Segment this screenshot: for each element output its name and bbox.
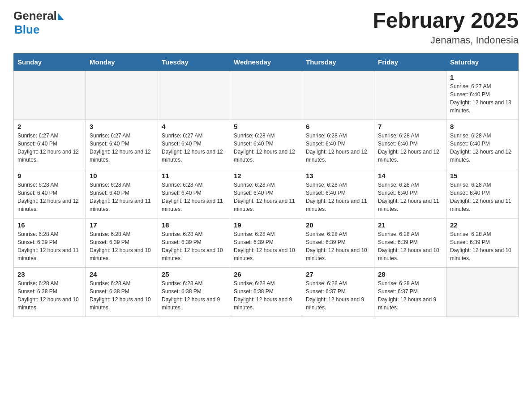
logo-arrow-icon [58,13,64,20]
day-number: 14 [378,172,442,180]
day-info: Sunrise: 6:28 AM Sunset: 6:40 PM Dayligh… [234,181,298,213]
day-number: 10 [90,172,154,180]
logo-blue-text: Blue [14,23,39,37]
calendar-day-cell: 8Sunrise: 6:28 AM Sunset: 6:40 PM Daylig… [446,120,519,169]
calendar-header: Sunday Monday Tuesday Wednesday Thursday… [14,53,519,70]
day-number: 28 [378,270,442,278]
day-info: Sunrise: 6:28 AM Sunset: 6:40 PM Dayligh… [17,181,82,213]
calendar-day-cell: 23Sunrise: 6:28 AM Sunset: 6:38 PM Dayli… [14,267,86,317]
calendar-day-cell [446,267,519,317]
day-number: 1 [450,73,515,81]
header-saturday: Saturday [446,53,519,70]
calendar-day-cell: 12Sunrise: 6:28 AM Sunset: 6:40 PM Dayli… [230,169,302,218]
calendar-month-year: February 2025 [373,9,519,33]
day-info: Sunrise: 6:28 AM Sunset: 6:39 PM Dayligh… [17,230,82,262]
calendar-day-cell: 14Sunrise: 6:28 AM Sunset: 6:40 PM Dayli… [374,169,446,218]
day-number: 24 [90,270,154,278]
page-header: General Blue February 2025 Jenamas, Indo… [13,9,519,46]
day-info: Sunrise: 6:28 AM Sunset: 6:39 PM Dayligh… [306,230,370,262]
calendar-day-cell [374,70,446,120]
day-info: Sunrise: 6:28 AM Sunset: 6:39 PM Dayligh… [162,230,226,262]
calendar-day-cell [86,70,158,120]
day-number: 3 [90,123,154,130]
day-number: 13 [306,172,370,180]
calendar-week-row: 23Sunrise: 6:28 AM Sunset: 6:38 PM Dayli… [14,267,519,317]
calendar-day-cell: 28Sunrise: 6:28 AM Sunset: 6:37 PM Dayli… [374,267,446,317]
day-info: Sunrise: 6:28 AM Sunset: 6:40 PM Dayligh… [306,132,370,164]
day-number: 19 [234,221,298,229]
calendar-day-cell: 5Sunrise: 6:28 AM Sunset: 6:40 PM Daylig… [230,120,302,169]
day-number: 25 [162,270,226,278]
calendar-day-cell: 24Sunrise: 6:28 AM Sunset: 6:38 PM Dayli… [86,267,158,317]
day-number: 27 [306,270,370,278]
calendar-day-cell: 17Sunrise: 6:28 AM Sunset: 6:39 PM Dayli… [86,218,158,267]
calendar-title-block: February 2025 Jenamas, Indonesia [373,9,519,46]
day-number: 8 [450,123,515,130]
calendar-day-cell [14,70,86,120]
day-number: 18 [162,221,226,229]
calendar-day-cell: 13Sunrise: 6:28 AM Sunset: 6:40 PM Dayli… [302,169,374,218]
day-info: Sunrise: 6:28 AM Sunset: 6:40 PM Dayligh… [378,132,442,164]
day-info: Sunrise: 6:28 AM Sunset: 6:40 PM Dayligh… [162,181,226,213]
calendar-day-cell: 10Sunrise: 6:28 AM Sunset: 6:40 PM Dayli… [86,169,158,218]
calendar-day-cell [302,70,374,120]
calendar-week-row: 16Sunrise: 6:28 AM Sunset: 6:39 PM Dayli… [14,218,519,267]
calendar-location: Jenamas, Indonesia [373,34,519,46]
calendar-week-row: 1Sunrise: 6:27 AM Sunset: 6:40 PM Daylig… [14,70,519,120]
day-number: 17 [90,221,154,229]
day-number: 4 [162,123,226,130]
calendar-day-cell: 15Sunrise: 6:28 AM Sunset: 6:40 PM Dayli… [446,169,519,218]
calendar-day-cell: 3Sunrise: 6:27 AM Sunset: 6:40 PM Daylig… [86,120,158,169]
day-number: 5 [234,123,298,130]
day-number: 22 [450,221,515,229]
day-info: Sunrise: 6:28 AM Sunset: 6:40 PM Dayligh… [378,181,442,213]
header-sunday: Sunday [14,53,86,70]
logo: General Blue [13,9,64,37]
calendar-day-cell: 11Sunrise: 6:28 AM Sunset: 6:40 PM Dayli… [158,169,230,218]
day-info: Sunrise: 6:27 AM Sunset: 6:40 PM Dayligh… [450,82,515,115]
day-info: Sunrise: 6:28 AM Sunset: 6:39 PM Dayligh… [450,230,515,262]
day-info: Sunrise: 6:27 AM Sunset: 6:40 PM Dayligh… [162,132,226,164]
calendar-day-cell: 4Sunrise: 6:27 AM Sunset: 6:40 PM Daylig… [158,120,230,169]
calendar-day-cell: 7Sunrise: 6:28 AM Sunset: 6:40 PM Daylig… [374,120,446,169]
calendar-day-cell: 19Sunrise: 6:28 AM Sunset: 6:39 PM Dayli… [230,218,302,267]
day-info: Sunrise: 6:28 AM Sunset: 6:40 PM Dayligh… [306,181,370,213]
day-info: Sunrise: 6:28 AM Sunset: 6:39 PM Dayligh… [90,230,154,262]
calendar-day-cell [158,70,230,120]
calendar-week-row: 9Sunrise: 6:28 AM Sunset: 6:40 PM Daylig… [14,169,519,218]
day-info: Sunrise: 6:28 AM Sunset: 6:38 PM Dayligh… [17,279,82,312]
day-info: Sunrise: 6:28 AM Sunset: 6:40 PM Dayligh… [234,132,298,164]
calendar-day-cell: 25Sunrise: 6:28 AM Sunset: 6:38 PM Dayli… [158,267,230,317]
header-monday: Monday [86,53,158,70]
day-info: Sunrise: 6:28 AM Sunset: 6:37 PM Dayligh… [378,279,442,312]
logo-general-text: General [13,9,57,23]
day-info: Sunrise: 6:27 AM Sunset: 6:40 PM Dayligh… [17,132,82,164]
day-number: 16 [17,221,82,229]
day-number: 21 [378,221,442,229]
calendar-table: Sunday Monday Tuesday Wednesday Thursday… [13,53,519,317]
calendar-day-cell: 2Sunrise: 6:27 AM Sunset: 6:40 PM Daylig… [14,120,86,169]
day-info: Sunrise: 6:28 AM Sunset: 6:39 PM Dayligh… [234,230,298,262]
calendar-day-cell: 6Sunrise: 6:28 AM Sunset: 6:40 PM Daylig… [302,120,374,169]
day-number: 11 [162,172,226,180]
day-info: Sunrise: 6:28 AM Sunset: 6:40 PM Dayligh… [450,181,515,213]
day-info: Sunrise: 6:28 AM Sunset: 6:40 PM Dayligh… [450,132,515,164]
calendar-day-cell: 27Sunrise: 6:28 AM Sunset: 6:37 PM Dayli… [302,267,374,317]
day-number: 7 [378,123,442,130]
day-number: 26 [234,270,298,278]
calendar-day-cell: 22Sunrise: 6:28 AM Sunset: 6:39 PM Dayli… [446,218,519,267]
calendar-day-cell: 1Sunrise: 6:27 AM Sunset: 6:40 PM Daylig… [446,70,519,120]
weekday-header-row: Sunday Monday Tuesday Wednesday Thursday… [14,53,519,70]
day-number: 9 [17,172,82,180]
header-thursday: Thursday [302,53,374,70]
calendar-body: 1Sunrise: 6:27 AM Sunset: 6:40 PM Daylig… [14,70,519,317]
calendar-day-cell: 26Sunrise: 6:28 AM Sunset: 6:38 PM Dayli… [230,267,302,317]
calendar-day-cell: 9Sunrise: 6:28 AM Sunset: 6:40 PM Daylig… [14,169,86,218]
day-number: 15 [450,172,515,180]
day-info: Sunrise: 6:28 AM Sunset: 6:38 PM Dayligh… [90,279,154,312]
day-info: Sunrise: 6:28 AM Sunset: 6:39 PM Dayligh… [378,230,442,262]
day-number: 20 [306,221,370,229]
header-tuesday: Tuesday [158,53,230,70]
day-info: Sunrise: 6:28 AM Sunset: 6:38 PM Dayligh… [162,279,226,312]
header-friday: Friday [374,53,446,70]
